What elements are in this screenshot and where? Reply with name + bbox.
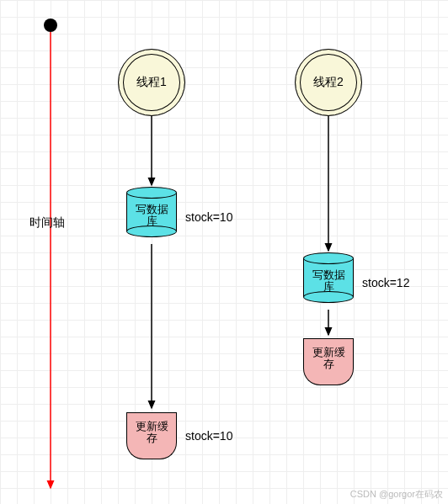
thread2-db-node: 写数据 库	[303, 252, 354, 303]
thread1-cache-label: 更新缓 存	[126, 417, 177, 448]
thread1-start-node: 线程1	[118, 49, 185, 116]
thread2-start-label: 线程2	[313, 75, 344, 90]
watermark: CSDN @gorgor在码农	[350, 488, 443, 501]
thread2-cache-label: 更新缓 存	[303, 343, 354, 374]
thread1-db-annotation: stock=10	[185, 210, 232, 224]
thread1-cache-annotation: stock=10	[185, 429, 232, 443]
thread2-cache-node: 更新缓 存	[303, 338, 354, 385]
thread2-db-label: 写数据 库	[303, 266, 354, 296]
thread2-db-annotation: stock=12	[362, 276, 409, 289]
thread1-cache-node: 更新缓 存	[126, 412, 177, 459]
thread1-db-label: 写数据 库	[126, 200, 177, 231]
thread1-db-node: 写数据 库	[126, 187, 177, 237]
thread2-start-node: 线程2	[295, 49, 362, 116]
thread1-start-label: 线程1	[136, 75, 167, 90]
timeline-label: 时间轴	[29, 215, 65, 231]
